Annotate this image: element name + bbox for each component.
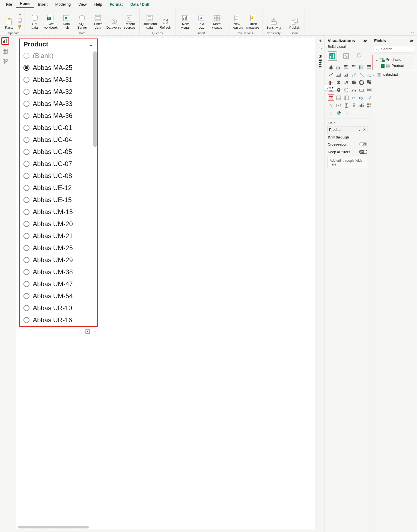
- radio-icon[interactable]: [23, 293, 29, 299]
- slicer-item[interactable]: Abbas UC-01: [23, 122, 97, 134]
- get-data-button[interactable]: Get data: [27, 10, 42, 30]
- radio-icon[interactable]: [23, 125, 29, 131]
- radio-icon[interactable]: [23, 197, 29, 203]
- slicer-item[interactable]: Abbas UM-29: [23, 254, 97, 266]
- build-visual-tab[interactable]: [328, 51, 337, 61]
- radio-icon[interactable]: [23, 257, 29, 263]
- viz-type-button[interactable]: [335, 102, 342, 109]
- viz-type-button[interactable]: [366, 79, 373, 86]
- radio-icon[interactable]: [23, 317, 29, 323]
- slicer-item[interactable]: Abbas MA-36: [23, 110, 97, 122]
- slicer-item[interactable]: Abbas UM-21: [23, 230, 97, 242]
- viz-type-button[interactable]: [335, 110, 342, 116]
- viz-type-button[interactable]: [335, 94, 342, 101]
- slicer-item[interactable]: Abbas UE-12: [23, 182, 97, 194]
- viz-type-button[interactable]: [358, 79, 365, 86]
- more-visuals-button[interactable]: More visuals: [209, 10, 225, 30]
- tab-data-drill[interactable]: Data / Drill: [127, 1, 153, 8]
- slicer-item[interactable]: Abbas UM-15: [23, 206, 97, 218]
- slicer-visual[interactable]: Product ⌄ (Blank)Abbas MA-25Abbas MA-31A…: [19, 39, 98, 327]
- slicer-item[interactable]: Abbas MA-25: [23, 62, 97, 74]
- sql-server-button[interactable]: SQL Server: [75, 10, 90, 30]
- viz-type-button[interactable]: [343, 94, 350, 101]
- viz-type-button[interactable]: [351, 79, 357, 86]
- slicer-item[interactable]: Abbas MA-33: [23, 98, 97, 110]
- checkbox-checked-icon[interactable]: ✓: [381, 64, 385, 68]
- slicer-scrollbar[interactable]: [93, 51, 97, 147]
- field-product[interactable]: ✓ Product: [374, 63, 414, 69]
- viz-type-button[interactable]: [343, 72, 350, 78]
- tab-view[interactable]: View: [75, 1, 90, 8]
- tab-help[interactable]: Help: [90, 1, 106, 8]
- field-well-product[interactable]: Product ⌄✕: [327, 126, 368, 133]
- slicer-item[interactable]: (Blank): [23, 50, 97, 62]
- enter-data-button[interactable]: Enter data: [90, 10, 106, 30]
- quick-measure-button[interactable]: Quick measure: [245, 10, 260, 30]
- viz-type-button[interactable]: [343, 64, 350, 70]
- collapse-viz-button[interactable]: ≫: [363, 39, 367, 43]
- radio-icon[interactable]: [23, 101, 29, 107]
- radio-icon[interactable]: [23, 161, 29, 167]
- cross-report-toggle[interactable]: Off: [359, 142, 367, 146]
- viz-type-button[interactable]: [351, 87, 357, 93]
- new-visual-button[interactable]: New visual: [178, 10, 193, 30]
- slicer-item[interactable]: Abbas UM-25: [23, 242, 97, 254]
- expand-filters-button[interactable]: ≪: [318, 38, 323, 43]
- model-view-button[interactable]: [1, 58, 9, 66]
- fields-search[interactable]: [374, 46, 414, 52]
- dataverse-button[interactable]: Dataverse: [106, 10, 121, 30]
- viz-type-button[interactable]: [335, 64, 342, 70]
- viz-type-button[interactable]: [328, 72, 334, 78]
- filter-icon[interactable]: [77, 329, 82, 334]
- data-view-button[interactable]: [1, 48, 9, 55]
- viz-type-button[interactable]: [328, 64, 334, 70]
- slicer-header[interactable]: Product ⌄: [20, 39, 97, 49]
- publish-button[interactable]: Publish: [287, 10, 302, 30]
- radio-icon[interactable]: [23, 233, 29, 239]
- radio-icon[interactable]: [23, 89, 29, 95]
- radio-icon[interactable]: [23, 305, 29, 311]
- viz-type-button[interactable]: [351, 102, 357, 109]
- radio-icon[interactable]: [23, 185, 29, 191]
- chevron-down-icon[interactable]: ⌄: [88, 41, 94, 48]
- text-box-button[interactable]: AText box: [193, 10, 209, 30]
- radio-icon[interactable]: [23, 149, 29, 155]
- radio-icon[interactable]: [23, 281, 29, 287]
- more-options-icon[interactable]: ⋯: [94, 329, 98, 334]
- viz-type-button[interactable]: R: [351, 94, 357, 101]
- analytics-tab[interactable]: [355, 51, 364, 61]
- radio-icon[interactable]: [23, 137, 29, 143]
- viz-type-button[interactable]: [328, 110, 334, 116]
- slicer-item[interactable]: Abbas UM-20: [23, 218, 97, 230]
- canvas-scrollbar[interactable]: [18, 526, 89, 528]
- radio-icon[interactable]: [23, 209, 29, 215]
- tab-format[interactable]: Format: [106, 1, 126, 8]
- tab-home[interactable]: Home: [16, 0, 34, 8]
- viz-type-button[interactable]: [358, 102, 365, 109]
- radio-icon[interactable]: [23, 53, 29, 59]
- slicer-item[interactable]: Abbas UC-07: [23, 158, 97, 170]
- excel-workbook-button[interactable]: XExcel workbook: [43, 10, 58, 30]
- radio-icon[interactable]: [23, 173, 29, 179]
- report-view-button[interactable]: [1, 37, 9, 45]
- table-salesfact[interactable]: › salesfact: [371, 71, 417, 78]
- radio-icon[interactable]: [23, 77, 29, 83]
- data-hub-button[interactable]: Data hub: [59, 10, 74, 30]
- slicer-item[interactable]: Abbas UM-54: [23, 290, 97, 302]
- viz-type-button[interactable]: [366, 72, 373, 78]
- field-chevron-icon[interactable]: ⌄: [358, 128, 361, 132]
- slicer-item[interactable]: Abbas UC-08: [23, 170, 97, 182]
- radio-icon[interactable]: [23, 221, 29, 227]
- recent-sources-button[interactable]: Recent sources: [122, 10, 137, 30]
- focus-mode-icon[interactable]: [85, 329, 90, 334]
- field-remove-button[interactable]: ✕: [363, 128, 366, 132]
- expand-icon[interactable]: ⌄: [375, 57, 378, 62]
- slicer-item[interactable]: Abbas UR-16: [23, 314, 97, 326]
- viz-type-button[interactable]: [366, 87, 373, 93]
- collapse-ribbon-button[interactable]: ︿: [411, 29, 414, 34]
- copy-button[interactable]: [16, 17, 22, 23]
- cut-button[interactable]: ✂: [16, 11, 22, 17]
- viz-type-button[interactable]: 123: [358, 87, 365, 93]
- viz-slicer-button[interactable]: [328, 94, 334, 101]
- paste-button[interactable]: Paste: [4, 10, 15, 30]
